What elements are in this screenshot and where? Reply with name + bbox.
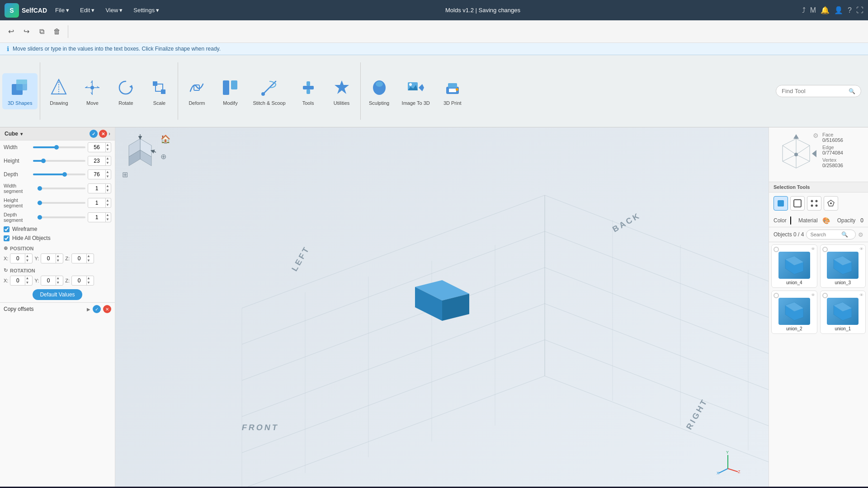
ribbon-modify[interactable]: Modify bbox=[214, 73, 246, 109]
ribbon-3d-shapes[interactable]: 3D Shapes bbox=[2, 73, 38, 109]
find-tool-input[interactable] bbox=[782, 88, 845, 94]
width-segment-thumb[interactable] bbox=[38, 186, 42, 191]
ribbon-3d-print[interactable]: 3D Print bbox=[436, 73, 469, 109]
ribbon-image-to-3d[interactable]: Image To 3D bbox=[396, 73, 435, 109]
width-segment-slider[interactable] bbox=[38, 188, 85, 189]
depth-up-spinner[interactable]: ▲ bbox=[105, 170, 109, 174]
undo-button[interactable]: ↩ bbox=[5, 25, 17, 38]
wireframe-checkbox[interactable] bbox=[4, 226, 9, 232]
union4-visibility-icon[interactable]: 👁 bbox=[811, 247, 815, 251]
height-segment-input[interactable] bbox=[88, 199, 105, 207]
ribbon-scale[interactable]: Scale bbox=[143, 73, 175, 109]
ribbon-drawing[interactable]: Drawing bbox=[42, 73, 75, 109]
face-select-tool[interactable] bbox=[774, 196, 788, 211]
share-icon[interactable]: ⤴ bbox=[802, 6, 806, 14]
depth-segment-slider[interactable] bbox=[38, 216, 85, 218]
pos-z-down[interactable]: ▼ bbox=[86, 258, 90, 263]
objects-search-icon[interactable]: 🔍 bbox=[841, 231, 848, 238]
depth-input[interactable] bbox=[88, 170, 105, 178]
viewport-grid-button[interactable]: ⊞ bbox=[122, 170, 128, 179]
redo-button[interactable]: ↪ bbox=[20, 25, 33, 38]
height-segment-thumb[interactable] bbox=[38, 201, 42, 205]
union3-radio[interactable] bbox=[822, 247, 828, 252]
ribbon-tools[interactable]: Tools bbox=[292, 73, 325, 109]
depth-seg-down-spinner[interactable]: ▼ bbox=[105, 217, 109, 222]
object-card-union2[interactable]: 👁 union_2 bbox=[771, 291, 817, 334]
menu-view[interactable]: View ▾ bbox=[101, 5, 127, 15]
app-logo[interactable]: S SelfCAD bbox=[5, 3, 47, 18]
panel-confirm-button[interactable]: ✓ bbox=[90, 130, 98, 138]
material-icon[interactable]: 🎨 bbox=[822, 217, 830, 224]
height-segment-slider[interactable] bbox=[38, 202, 85, 204]
menu-edit[interactable]: Edit ▾ bbox=[75, 5, 99, 15]
depth-seg-up-spinner[interactable]: ▲ bbox=[105, 213, 109, 217]
ribbon-rotate[interactable]: Rotate bbox=[109, 73, 142, 109]
height-slider-thumb[interactable] bbox=[41, 159, 46, 163]
height-seg-up-spinner[interactable]: ▲ bbox=[105, 198, 109, 203]
panel-expand-icon[interactable]: ▾ bbox=[20, 131, 23, 136]
delete-button[interactable]: 🗑 bbox=[51, 25, 63, 38]
union1-radio[interactable] bbox=[822, 293, 828, 298]
object-card-union1[interactable]: 👁 union_1 bbox=[820, 291, 866, 334]
pos-z-up[interactable]: ▲ bbox=[86, 254, 90, 258]
height-input[interactable] bbox=[88, 157, 105, 165]
depth-segment-input[interactable] bbox=[88, 213, 105, 221]
viewport[interactable]: FRONT BACK LEFT RIGHT bbox=[115, 127, 769, 487]
width-slider-thumb[interactable] bbox=[54, 145, 59, 150]
pos-x-up[interactable]: ▲ bbox=[25, 254, 29, 258]
ribbon-move[interactable]: Move bbox=[76, 73, 108, 109]
width-seg-up-spinner[interactable]: ▲ bbox=[105, 184, 109, 188]
help-icon[interactable]: ? bbox=[848, 6, 852, 14]
width-segment-input[interactable] bbox=[88, 184, 105, 192]
rot-x-input[interactable] bbox=[10, 277, 25, 285]
rot-z-input[interactable] bbox=[72, 277, 86, 285]
height-up-spinner[interactable]: ▲ bbox=[105, 156, 109, 161]
pos-y-down[interactable]: ▼ bbox=[56, 258, 60, 263]
vertex-select-tool[interactable] bbox=[807, 196, 821, 211]
profile-icon[interactable]: M bbox=[810, 6, 816, 14]
object-select-tool[interactable] bbox=[824, 196, 838, 211]
union4-radio[interactable] bbox=[774, 247, 779, 252]
width-slider[interactable] bbox=[33, 146, 85, 148]
object-card-union4[interactable]: 👁 union_4 bbox=[771, 244, 817, 288]
objects-settings-icon[interactable]: ⚙ bbox=[858, 231, 863, 238]
union3-visibility-icon[interactable]: 👁 bbox=[859, 247, 863, 251]
copy-offsets-cancel-button[interactable]: ✕ bbox=[103, 305, 111, 313]
object-card-union3[interactable]: 👁 union_3 bbox=[820, 244, 866, 288]
panel-collapse-icon[interactable]: › bbox=[108, 131, 110, 137]
pos-z-input[interactable] bbox=[72, 254, 86, 263]
width-down-spinner[interactable]: ▼ bbox=[105, 147, 109, 152]
hide-all-checkbox[interactable] bbox=[4, 235, 9, 241]
union2-radio[interactable] bbox=[774, 293, 779, 298]
pos-x-input[interactable] bbox=[10, 254, 25, 263]
height-seg-down-spinner[interactable]: ▼ bbox=[105, 203, 109, 207]
copy-offsets-expand-icon[interactable]: ▶ bbox=[87, 307, 90, 312]
panel-cancel-button[interactable]: ✕ bbox=[99, 130, 107, 138]
rot-y-down[interactable]: ▼ bbox=[56, 281, 60, 285]
duplicate-button[interactable]: ⧉ bbox=[35, 25, 48, 38]
edge-select-tool[interactable] bbox=[790, 196, 805, 211]
hide-all-row[interactable]: Hide All Objects bbox=[0, 234, 115, 243]
rot-y-up[interactable]: ▲ bbox=[56, 276, 60, 281]
wireframe-row[interactable]: Wireframe bbox=[0, 225, 115, 234]
pos-y-input[interactable] bbox=[41, 254, 56, 263]
union2-visibility-icon[interactable]: 👁 bbox=[811, 293, 815, 297]
pos-x-down[interactable]: ▼ bbox=[25, 258, 29, 263]
rot-z-up[interactable]: ▲ bbox=[86, 276, 90, 281]
width-seg-down-spinner[interactable]: ▼ bbox=[105, 188, 109, 193]
user-icon[interactable]: 👤 bbox=[834, 6, 843, 14]
color-swatch[interactable] bbox=[790, 216, 791, 225]
width-up-spinner[interactable]: ▲ bbox=[105, 143, 109, 147]
menu-file[interactable]: File ▾ bbox=[51, 5, 74, 15]
objects-search-input[interactable] bbox=[810, 232, 840, 237]
depth-slider[interactable] bbox=[33, 174, 85, 175]
rot-y-input[interactable] bbox=[41, 277, 56, 285]
menu-settings[interactable]: Settings ▾ bbox=[129, 5, 164, 15]
find-tool-search-icon[interactable]: 🔍 bbox=[849, 88, 855, 94]
navigation-cube[interactable] bbox=[122, 134, 158, 170]
copy-offsets-confirm-button[interactable]: ✓ bbox=[93, 305, 101, 313]
union1-visibility-icon[interactable]: 👁 bbox=[859, 293, 863, 297]
height-slider[interactable] bbox=[33, 160, 85, 162]
rot-x-down[interactable]: ▼ bbox=[25, 281, 29, 285]
width-input[interactable] bbox=[88, 143, 105, 151]
